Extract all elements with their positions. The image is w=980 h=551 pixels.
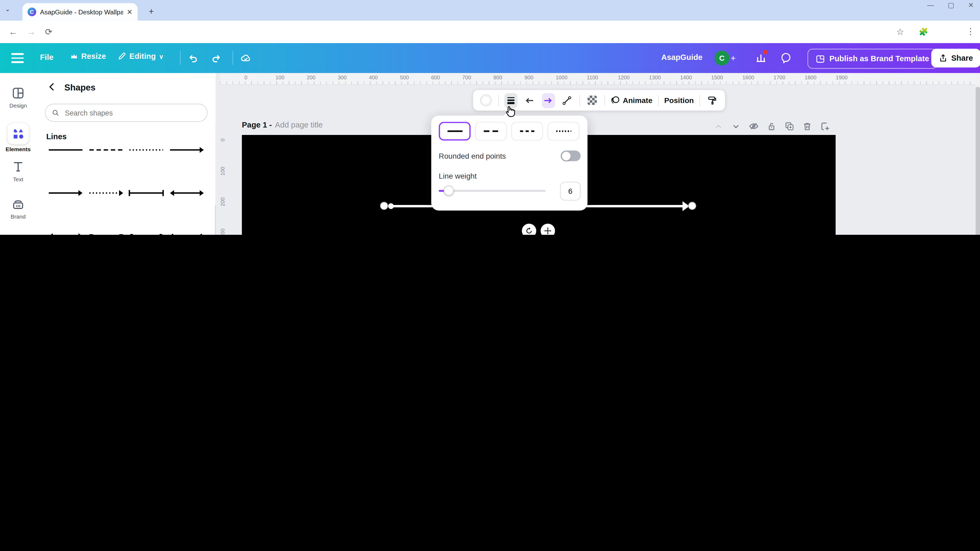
tab-search-chevron-icon[interactable]: ⌄	[5, 6, 10, 13]
file-menu[interactable]: File	[40, 53, 54, 62]
line-dotted[interactable]	[128, 145, 165, 157]
sidebar-item-elements[interactable]: Elements	[0, 123, 36, 152]
line-dashed[interactable]	[88, 145, 124, 157]
delete-icon[interactable]	[802, 121, 812, 133]
tab-title: AsapGuide - Desktop Wallpape	[40, 8, 123, 16]
sidebar-item-design[interactable]: Design	[0, 86, 36, 109]
hide-icon[interactable]	[749, 121, 759, 133]
line-color-button[interactable]	[479, 93, 492, 108]
resize-button[interactable]: Resize	[70, 52, 106, 61]
close-button[interactable]: ✕	[968, 2, 974, 10]
comments-button[interactable]	[780, 52, 792, 66]
line-type-button[interactable]	[561, 93, 574, 108]
line-arrow-both-dotted[interactable]	[48, 231, 84, 235]
line-weight-value[interactable]: 6	[560, 182, 581, 200]
animate-button[interactable]: Animate	[610, 95, 652, 105]
collapse-icon[interactable]	[714, 121, 723, 133]
line-weight-label: Line weight	[439, 171, 477, 181]
animate-icon	[610, 95, 620, 105]
back-icon[interactable]: ←	[9, 27, 18, 37]
page1-title-placeholder[interactable]: Add page title	[275, 121, 323, 129]
tab-close-icon[interactable]: ✕	[127, 8, 133, 16]
avatar[interactable]: C	[714, 51, 729, 65]
line-arrow-right[interactable]	[169, 145, 205, 157]
template-icon	[816, 54, 825, 64]
style-dotted[interactable]	[547, 122, 579, 141]
add-page-icon[interactable]	[820, 121, 830, 133]
extensions-icon[interactable]: 🧩	[919, 27, 928, 36]
rotate-handle[interactable]	[522, 224, 536, 235]
h-ruler-tick: 1500	[711, 74, 723, 80]
lock-icon[interactable]	[767, 121, 776, 133]
sidebar-item-uploads[interactable]: Uploads	[0, 233, 36, 235]
line-start-button[interactable]	[523, 93, 536, 108]
canva-toolbar: File Resize Editing ∨ AsapGuide C +	[0, 43, 980, 73]
search-shapes-box[interactable]	[45, 104, 207, 122]
sidebar-item-brand[interactable]: coBrand	[0, 197, 36, 220]
slider-handle[interactable]	[444, 186, 454, 195]
line-bar-ends[interactable]	[128, 188, 165, 200]
workspace-scrollbar[interactable]	[976, 73, 980, 235]
style-dash-short[interactable]	[511, 122, 543, 141]
bookmark-star-icon[interactable]: ☆	[896, 27, 904, 37]
insights-button[interactable]	[755, 52, 767, 66]
divider	[579, 95, 580, 106]
line-style-button[interactable]	[504, 93, 517, 108]
line-end-button[interactable]	[542, 93, 555, 108]
sidebar-item-label: Brand	[11, 214, 25, 220]
style-dash-long[interactable]	[475, 122, 507, 141]
selection-handle[interactable]	[688, 202, 696, 210]
copy-style-button[interactable]	[706, 93, 719, 108]
editing-mode-dropdown[interactable]: Editing ∨	[118, 52, 164, 61]
share-icon	[939, 54, 948, 62]
h-ruler-tick: 1600	[743, 74, 754, 80]
crown-icon	[70, 52, 78, 60]
reload-icon[interactable]: ⟳	[45, 27, 52, 37]
browser-tab[interactable]: C AsapGuide - Desktop Wallpape ✕	[22, 3, 137, 21]
h-ruler-tick: 1200	[618, 74, 630, 80]
line-solid[interactable]	[48, 145, 84, 157]
browser-menu-icon[interactable]: ⋮	[966, 26, 975, 37]
line-arrow-thin[interactable]	[48, 188, 84, 200]
sidebar-item-text[interactable]: Text	[0, 159, 36, 182]
toolbar-divider	[180, 51, 181, 65]
notification-dot	[763, 50, 767, 54]
rounded-endpoints-label: Rounded end points	[439, 152, 506, 160]
page1-header[interactable]: Page 1 - Add page title	[242, 121, 323, 129]
h-ruler-tick: 900	[525, 74, 533, 80]
divider	[604, 95, 605, 106]
undo-button[interactable]	[188, 53, 198, 66]
line-circle-ends[interactable]	[128, 231, 165, 235]
account-avatar-group[interactable]: C +	[714, 51, 736, 65]
forward-icon[interactable]: →	[27, 27, 36, 37]
selection-handle[interactable]	[380, 202, 388, 210]
line-diamond-ends[interactable]	[169, 231, 205, 235]
expand-icon[interactable]	[731, 121, 741, 133]
line-arrow-dotted[interactable]	[88, 188, 124, 200]
h-ruler-tick: 300	[338, 74, 347, 80]
page1-actions	[714, 121, 830, 133]
add-member-icon[interactable]: +	[731, 53, 736, 63]
canvas-line-plain[interactable]	[384, 232, 693, 235]
minimize-button[interactable]: —	[927, 2, 934, 10]
panel-back-button[interactable]	[47, 82, 57, 94]
transparency-button[interactable]	[585, 93, 598, 108]
position-button[interactable]: Position	[664, 96, 694, 105]
new-tab-button[interactable]: +	[149, 6, 154, 16]
rounded-endpoints-toggle[interactable]	[561, 151, 581, 161]
move-handle[interactable]	[541, 224, 555, 235]
redo-button[interactable]	[211, 53, 222, 66]
maximize-button[interactable]: ▢	[948, 2, 954, 10]
workspace-scrollbar-thumb[interactable]	[976, 87, 980, 235]
style-solid[interactable]	[439, 122, 471, 141]
home-menu-icon[interactable]	[11, 53, 24, 62]
h-ruler-tick: 1100	[587, 74, 598, 80]
line-arrow-both[interactable]	[169, 188, 205, 200]
duplicate-icon[interactable]	[784, 121, 794, 133]
share-button[interactable]: Share	[931, 49, 980, 67]
publish-brand-template-button[interactable]: Publish as Brand Template	[807, 49, 937, 69]
line-weight-slider[interactable]	[439, 190, 546, 192]
search-input[interactable]	[64, 108, 201, 117]
v-ruler-tick: 200	[220, 193, 226, 211]
line-square-ends[interactable]	[88, 231, 124, 235]
